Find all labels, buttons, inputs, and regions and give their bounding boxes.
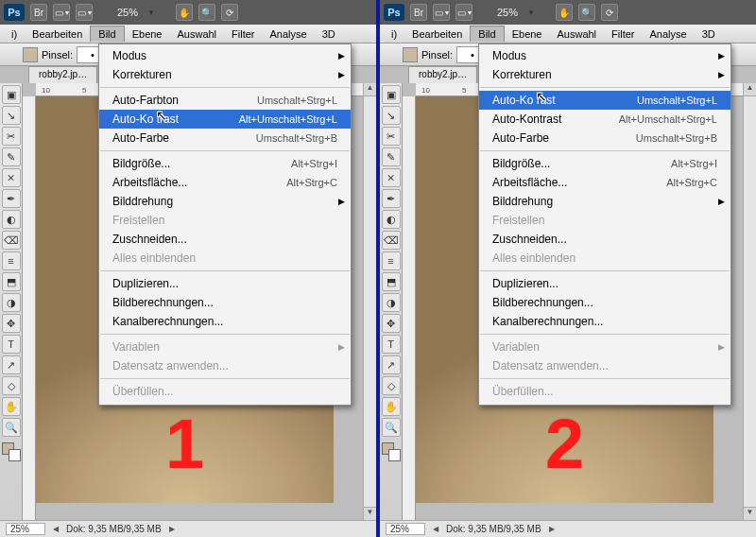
tool-button[interactable]: ✎ [2, 147, 21, 166]
menubar-item[interactable]: i) [384, 26, 404, 42]
zoom-caret-icon[interactable]: ▼ [527, 9, 535, 17]
tool-button[interactable]: ◇ [382, 376, 401, 395]
menubar-item[interactable]: Bild [470, 26, 504, 42]
tool-button[interactable]: ▣ [2, 85, 21, 104]
menu-item[interactable]: Auto-FarbtonUmschalt+Strg+L [99, 91, 351, 110]
tool-button[interactable]: ≡ [382, 251, 401, 270]
tool-button[interactable]: T [382, 335, 401, 354]
zoom-value[interactable]: 25% [493, 7, 522, 18]
bridge-button[interactable]: Br [410, 4, 427, 21]
tool-button[interactable]: ▣ [382, 85, 401, 104]
zoom-value[interactable]: 25% [113, 7, 142, 18]
menu-item[interactable]: Bildgröße...Alt+Strg+I [99, 154, 351, 173]
tool-button[interactable]: ✂ [382, 127, 401, 146]
vertical-scrollbar[interactable]: ▲▼ [363, 83, 376, 520]
menubar-item[interactable]: Analyse [263, 26, 315, 42]
menu-item[interactable]: Kanalberechnungen... [479, 312, 730, 331]
menu-item[interactable]: Bilddrehung [479, 192, 730, 211]
rotate-view-icon[interactable]: ⟳ [601, 4, 618, 21]
tool-button[interactable]: ◑ [382, 293, 401, 312]
scroll-up-icon[interactable]: ▲ [744, 83, 756, 96]
menu-item[interactable]: Bildberechnungen... [99, 293, 351, 312]
tool-preset-swatch[interactable] [23, 47, 38, 62]
menubar-item[interactable]: 3D [695, 26, 723, 42]
menu-item[interactable]: Auto-FarbeUmschalt+Strg+B [99, 129, 351, 147]
scroll-up-icon[interactable]: ▲ [364, 83, 376, 96]
zoom-caret-icon[interactable]: ▼ [147, 9, 155, 17]
tool-button[interactable]: ⬒ [382, 272, 401, 291]
menubar-item[interactable]: Analyse [643, 26, 695, 42]
tool-button[interactable]: ↗ [382, 355, 401, 374]
window-arrange-button[interactable]: ▭ [53, 4, 70, 21]
tool-button[interactable]: ✒ [382, 189, 401, 208]
tool-button[interactable]: ✥ [382, 314, 401, 333]
menubar-item[interactable]: 3D [315, 26, 343, 42]
tool-button[interactable]: ✥ [2, 314, 21, 333]
menubar-item[interactable]: Auswahl [549, 26, 604, 42]
menu-item[interactable]: Auto-Ko trastAlt+Umschalt+Strg+L [99, 110, 351, 129]
menu-item[interactable]: Auto-FarbeUmschalt+Strg+B [479, 129, 730, 147]
menu-item[interactable]: Auto-Ko rastUmschalt+Strg+L [479, 91, 730, 110]
vertical-scrollbar[interactable]: ▲▼ [743, 83, 756, 520]
menubar-item[interactable]: Ebene [125, 26, 170, 42]
status-zoom[interactable]: 25% [386, 523, 425, 535]
bridge-button[interactable]: Br [30, 4, 47, 21]
screen-mode-button[interactable]: ▭ [455, 4, 472, 21]
tool-button[interactable]: ✒ [2, 189, 21, 208]
menu-item[interactable]: Korrekturen [99, 65, 351, 84]
menu-item[interactable]: Bildberechnungen... [479, 293, 730, 312]
menubar-item[interactable]: Filter [224, 26, 262, 42]
hand-tool-icon[interactable]: ✋ [176, 4, 193, 21]
tool-button[interactable]: T [2, 335, 21, 354]
menu-item[interactable]: Arbeitsfläche...Alt+Strg+C [479, 173, 730, 192]
tool-button[interactable]: ↗ [2, 355, 21, 374]
tool-button[interactable]: ⌫ [2, 231, 21, 250]
tool-button[interactable]: ◇ [2, 376, 21, 395]
menu-item[interactable]: Modus [99, 46, 351, 65]
status-zoom[interactable]: 25% [6, 523, 45, 535]
tool-button[interactable]: ⨯ [2, 168, 21, 187]
menubar-item[interactable]: Bearbeiten [25, 26, 90, 42]
status-caret-icon[interactable]: ▶ [549, 525, 555, 533]
menubar-item[interactable]: Filter [604, 26, 642, 42]
window-arrange-button[interactable]: ▭ [433, 4, 450, 21]
menu-item[interactable]: Kanalberechnungen... [99, 312, 351, 331]
tool-button[interactable]: 🔍 [2, 418, 21, 437]
menubar-item[interactable]: Ebene [505, 26, 550, 42]
tool-preset-swatch[interactable] [403, 47, 418, 62]
scroll-down-icon[interactable]: ▼ [744, 507, 756, 520]
tool-button[interactable]: ↘ [382, 106, 401, 125]
tool-button[interactable]: ✂ [2, 127, 21, 146]
tool-button[interactable]: ◑ [2, 293, 21, 312]
document-tab[interactable]: robby2.jp… [408, 66, 477, 83]
tool-button[interactable]: ✋ [2, 397, 21, 416]
menubar-item[interactable]: Bearbeiten [404, 26, 470, 42]
tool-button[interactable]: ◐ [2, 210, 21, 229]
tool-button[interactable]: ⨯ [382, 168, 401, 187]
menubar-item[interactable]: i) [4, 26, 25, 42]
tool-button[interactable]: ✋ [382, 397, 401, 416]
menubar-item[interactable]: Auswahl [169, 26, 224, 42]
screen-mode-button[interactable]: ▭ [76, 4, 93, 21]
document-tab[interactable]: robby2.jp… [28, 66, 97, 83]
status-caret-icon[interactable]: ▶ [169, 525, 175, 533]
status-caret-icon[interactable]: ◀ [433, 525, 438, 533]
menu-item[interactable]: Duplizieren... [479, 274, 730, 293]
tool-button[interactable]: ⌫ [382, 231, 401, 250]
rotate-view-icon[interactable]: ⟳ [221, 4, 238, 21]
tool-button[interactable]: ✎ [382, 147, 401, 166]
scroll-down-icon[interactable]: ▼ [364, 507, 376, 520]
tool-button[interactable]: ◐ [382, 210, 401, 229]
fg-bg-swatch[interactable] [382, 442, 401, 461]
menu-item[interactable]: Zuschneiden... [99, 230, 351, 249]
menu-item[interactable]: Duplizieren... [99, 274, 351, 293]
zoom-tool-icon[interactable]: 🔍 [578, 4, 595, 21]
menu-item[interactable]: Modus [479, 46, 730, 65]
menu-item[interactable]: Auto-KontrastAlt+Umschalt+Strg+L [479, 110, 730, 129]
tool-button[interactable]: ≡ [2, 251, 21, 270]
status-caret-icon[interactable]: ◀ [53, 525, 59, 533]
menu-item[interactable]: Bildgröße...Alt+Strg+I [479, 154, 730, 173]
hand-tool-icon[interactable]: ✋ [556, 4, 573, 21]
menu-item[interactable]: Korrekturen [479, 65, 730, 84]
tool-button[interactable]: 🔍 [382, 418, 401, 437]
